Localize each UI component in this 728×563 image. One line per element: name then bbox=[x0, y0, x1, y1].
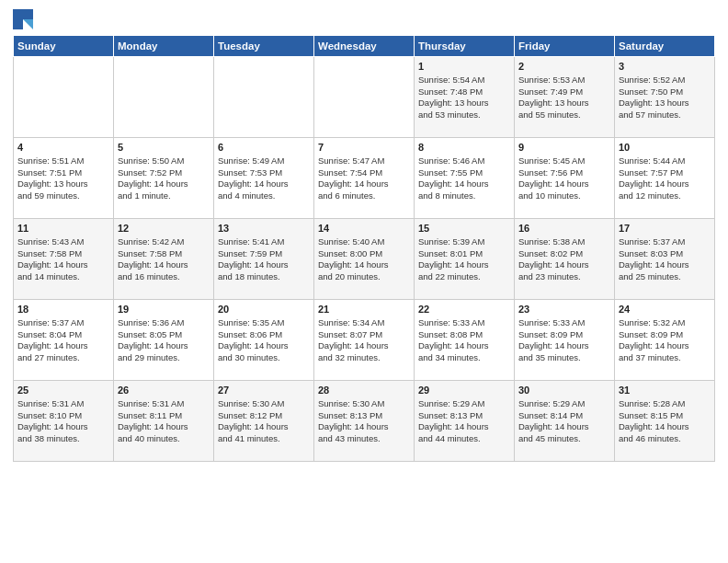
day-info: Sunrise: 5:30 AM bbox=[318, 398, 410, 410]
day-info: Daylight: 14 hours bbox=[418, 340, 510, 352]
day-info: Sunrise: 5:52 AM bbox=[619, 75, 711, 86]
day-number: 9 bbox=[518, 141, 610, 155]
calendar-cell: 17Sunrise: 5:37 AMSunset: 8:03 PMDayligh… bbox=[615, 219, 715, 300]
day-number: 6 bbox=[218, 141, 310, 155]
day-info: Sunrise: 5:34 AM bbox=[318, 317, 410, 329]
day-info: Sunset: 8:12 PM bbox=[218, 410, 310, 422]
week-row-5: 25Sunrise: 5:31 AMSunset: 8:10 PMDayligh… bbox=[14, 381, 715, 462]
day-number: 7 bbox=[318, 141, 410, 155]
calendar-cell: 10Sunrise: 5:44 AMSunset: 7:57 PMDayligh… bbox=[615, 138, 715, 219]
day-info: Daylight: 14 hours bbox=[418, 259, 510, 271]
calendar-cell: 19Sunrise: 5:36 AMSunset: 8:05 PMDayligh… bbox=[114, 300, 214, 381]
day-info: Daylight: 14 hours bbox=[218, 340, 310, 352]
day-number: 18 bbox=[17, 303, 109, 316]
day-info: Daylight: 14 hours bbox=[17, 259, 109, 271]
week-row-4: 18Sunrise: 5:37 AMSunset: 8:04 PMDayligh… bbox=[14, 300, 715, 381]
day-header-wednesday: Wednesday bbox=[314, 36, 415, 57]
day-info: Sunset: 7:58 PM bbox=[118, 248, 210, 260]
day-info: Daylight: 14 hours bbox=[619, 178, 711, 190]
day-info: Sunrise: 5:49 AM bbox=[218, 155, 310, 167]
day-number: 25 bbox=[17, 384, 109, 397]
calendar-cell: 24Sunrise: 5:32 AMSunset: 8:09 PMDayligh… bbox=[615, 300, 715, 381]
day-header-friday: Friday bbox=[515, 36, 615, 57]
day-info: Sunset: 7:58 PM bbox=[17, 248, 109, 260]
day-info: Sunrise: 5:38 AM bbox=[518, 236, 610, 248]
calendar-cell: 18Sunrise: 5:37 AMSunset: 8:04 PMDayligh… bbox=[14, 300, 114, 381]
day-number: 31 bbox=[619, 384, 711, 397]
day-info: Sunset: 8:10 PM bbox=[17, 410, 109, 422]
day-info: Sunrise: 5:43 AM bbox=[17, 236, 109, 248]
header-row: SundayMondayTuesdayWednesdayThursdayFrid… bbox=[14, 36, 715, 57]
calendar-table: SundayMondayTuesdayWednesdayThursdayFrid… bbox=[13, 35, 715, 462]
day-number: 5 bbox=[118, 141, 210, 155]
day-info: Daylight: 14 hours bbox=[318, 421, 410, 433]
day-number: 1 bbox=[418, 60, 510, 74]
calendar-cell: 20Sunrise: 5:35 AMSunset: 8:06 PMDayligh… bbox=[214, 300, 314, 381]
day-header-tuesday: Tuesday bbox=[214, 36, 314, 57]
calendar-cell bbox=[114, 57, 214, 138]
day-info: and 10 minutes. bbox=[518, 190, 610, 202]
day-info: Daylight: 14 hours bbox=[118, 340, 210, 352]
day-info: and 38 minutes. bbox=[17, 433, 109, 445]
day-info: and 40 minutes. bbox=[118, 433, 210, 445]
calendar-cell: 27Sunrise: 5:30 AMSunset: 8:12 PMDayligh… bbox=[214, 381, 314, 462]
day-info: and 4 minutes. bbox=[218, 190, 310, 202]
day-info: Sunrise: 5:32 AM bbox=[619, 317, 711, 329]
svg-rect-1 bbox=[23, 9, 33, 19]
day-info: Daylight: 13 hours bbox=[418, 98, 510, 109]
day-info: Daylight: 14 hours bbox=[518, 340, 610, 352]
day-info: Daylight: 14 hours bbox=[318, 178, 410, 190]
day-info: Daylight: 14 hours bbox=[619, 421, 711, 433]
calendar-cell: 8Sunrise: 5:46 AMSunset: 7:55 PMDaylight… bbox=[415, 138, 515, 219]
day-info: Sunrise: 5:37 AM bbox=[17, 317, 109, 329]
calendar-body: 1Sunrise: 5:54 AMSunset: 7:48 PMDaylight… bbox=[14, 57, 715, 462]
day-info: Daylight: 14 hours bbox=[518, 259, 610, 271]
calendar-cell: 26Sunrise: 5:31 AMSunset: 8:11 PMDayligh… bbox=[114, 381, 214, 462]
day-info: Daylight: 14 hours bbox=[518, 421, 610, 433]
day-info: and 53 minutes. bbox=[418, 109, 510, 121]
day-info: and 44 minutes. bbox=[418, 433, 510, 445]
day-info: Sunset: 8:09 PM bbox=[518, 329, 610, 341]
week-row-1: 1Sunrise: 5:54 AMSunset: 7:48 PMDaylight… bbox=[14, 57, 715, 138]
day-info: Sunset: 7:54 PM bbox=[318, 167, 410, 179]
svg-marker-2 bbox=[23, 19, 33, 29]
day-number: 24 bbox=[619, 303, 711, 316]
day-info: and 29 minutes. bbox=[118, 352, 210, 364]
day-info: and 14 minutes. bbox=[17, 271, 109, 283]
calendar-cell: 16Sunrise: 5:38 AMSunset: 8:02 PMDayligh… bbox=[515, 219, 615, 300]
day-number: 21 bbox=[318, 303, 410, 316]
calendar-cell: 28Sunrise: 5:30 AMSunset: 8:13 PMDayligh… bbox=[314, 381, 415, 462]
day-number: 23 bbox=[518, 303, 610, 316]
day-info: Sunset: 8:14 PM bbox=[518, 410, 610, 422]
day-info: Sunset: 7:51 PM bbox=[17, 167, 109, 179]
day-info: Daylight: 14 hours bbox=[218, 178, 310, 190]
day-info: Daylight: 14 hours bbox=[17, 340, 109, 352]
day-info: Sunset: 8:11 PM bbox=[118, 410, 210, 422]
day-number: 12 bbox=[118, 222, 210, 236]
day-info: and 41 minutes. bbox=[218, 433, 310, 445]
day-info: and 25 minutes. bbox=[619, 271, 711, 283]
day-info: Daylight: 14 hours bbox=[418, 178, 510, 190]
day-info: Sunset: 8:09 PM bbox=[619, 329, 711, 341]
day-info: Sunrise: 5:29 AM bbox=[518, 398, 610, 410]
day-info: Sunrise: 5:33 AM bbox=[418, 317, 510, 329]
day-info: and 22 minutes. bbox=[418, 271, 510, 283]
day-info: Sunrise: 5:46 AM bbox=[418, 155, 510, 167]
day-info: Sunset: 7:53 PM bbox=[218, 167, 310, 179]
day-info: Sunrise: 5:30 AM bbox=[218, 398, 310, 410]
calendar-cell: 2Sunrise: 5:53 AMSunset: 7:49 PMDaylight… bbox=[515, 57, 615, 138]
day-info: Sunset: 8:08 PM bbox=[418, 329, 510, 341]
day-number: 19 bbox=[118, 303, 210, 316]
day-number: 30 bbox=[518, 384, 610, 397]
day-number: 14 bbox=[318, 222, 410, 236]
calendar-cell: 9Sunrise: 5:45 AMSunset: 7:56 PMDaylight… bbox=[515, 138, 615, 219]
calendar-cell: 11Sunrise: 5:43 AMSunset: 7:58 PMDayligh… bbox=[14, 219, 114, 300]
day-number: 13 bbox=[218, 222, 310, 236]
day-info: Sunset: 8:03 PM bbox=[619, 248, 711, 260]
day-info: Daylight: 14 hours bbox=[118, 178, 210, 190]
day-info: Sunrise: 5:37 AM bbox=[619, 236, 711, 248]
calendar-header: SundayMondayTuesdayWednesdayThursdayFrid… bbox=[14, 36, 715, 57]
day-info: Sunrise: 5:42 AM bbox=[118, 236, 210, 248]
day-info: Daylight: 14 hours bbox=[218, 259, 310, 271]
day-number: 15 bbox=[418, 222, 510, 236]
